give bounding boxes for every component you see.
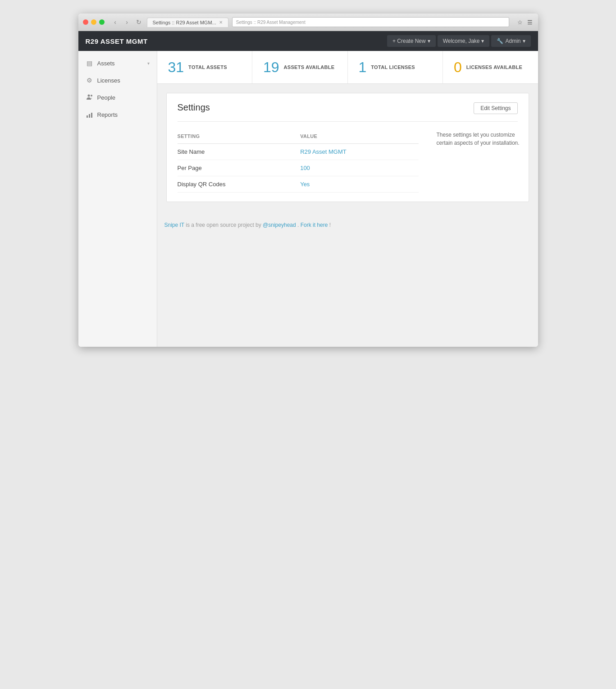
licenses-available-label: LICENSES AVAILABLE xyxy=(466,64,522,70)
settings-body: SETTING VALUE Site NameR29 Asset MGMTPer… xyxy=(167,122,529,202)
value-cell: Yes xyxy=(300,176,418,193)
browser-tab[interactable]: Settings :: R29 Asset MGM... ✕ xyxy=(147,18,228,27)
total-licenses-label: TOTAL LICENSES xyxy=(371,64,415,70)
setting-cell: Per Page xyxy=(178,160,301,176)
sidebar-licenses-label: Licenses xyxy=(97,77,120,84)
navbar-brand: R29 ASSET MGMT xyxy=(86,37,387,45)
total-assets-number: 31 xyxy=(168,60,184,74)
tab-close-icon[interactable]: ✕ xyxy=(219,20,223,25)
footer-text4: ! xyxy=(329,222,331,228)
create-new-label: + Create New xyxy=(392,38,426,44)
content-wrapper: ▤ Assets ▾ ⚙ Licenses xyxy=(78,51,538,347)
svg-point-0 xyxy=(87,95,90,97)
sidebar-reports-label: Reports xyxy=(97,111,118,118)
wrench-icon: 🔧 xyxy=(497,38,503,44)
close-button[interactable] xyxy=(83,19,88,25)
sidebar-item-people[interactable]: People xyxy=(78,89,157,106)
settings-info-text: These settings let you customize certain… xyxy=(437,132,520,146)
main-content: 31 TOTAL ASSETS 19 ASSETS AVAILABLE 1 TO… xyxy=(157,51,538,347)
col-setting-header: SETTING xyxy=(178,131,301,144)
setting-cell: Display QR Codes xyxy=(178,176,301,193)
settings-table: SETTING VALUE Site NameR29 Asset MGMTPer… xyxy=(178,131,419,193)
footer-text3: . xyxy=(297,222,301,228)
sidebar-item-reports[interactable]: Reports xyxy=(78,106,157,123)
assets-chevron-icon: ▾ xyxy=(147,61,150,66)
settings-info: These settings let you customize certain… xyxy=(429,122,529,202)
star-icon[interactable]: ☆ xyxy=(516,18,524,26)
refresh-button[interactable]: ↻ xyxy=(134,18,143,27)
svg-point-1 xyxy=(91,95,92,96)
snipeyhead-link[interactable]: @snipeyhead xyxy=(263,222,296,228)
setting-cell: Site Name xyxy=(178,144,301,160)
settings-panel: Settings Edit Settings SETTING VALUE xyxy=(166,93,529,202)
forward-button[interactable]: › xyxy=(123,18,132,27)
snipeit-link[interactable]: Snipe IT xyxy=(164,222,184,228)
svg-rect-2 xyxy=(87,115,88,118)
table-row: Site NameR29 Asset MGMT xyxy=(178,144,419,160)
address-text: Settings :: R29 Asset Management xyxy=(236,20,306,25)
assets-icon: ▤ xyxy=(86,59,94,67)
svg-rect-4 xyxy=(91,113,92,118)
sidebar-people-label: People xyxy=(97,94,115,101)
welcome-label: Welcome, Jake xyxy=(443,38,480,44)
back-button[interactable]: ‹ xyxy=(111,18,120,27)
people-icon xyxy=(86,93,94,101)
navbar-right: + Create New ▾ Welcome, Jake ▾ 🔧 Admin ▾ xyxy=(387,35,531,47)
stats-bar: 31 TOTAL ASSETS 19 ASSETS AVAILABLE 1 TO… xyxy=(157,51,538,84)
app-container: R29 ASSET MGMT + Create New ▾ Welcome, J… xyxy=(78,31,538,347)
value-cell: R29 Asset MGMT xyxy=(300,144,418,160)
svg-rect-3 xyxy=(89,114,90,118)
admin-label: Admin xyxy=(505,38,520,44)
edit-settings-button[interactable]: Edit Settings xyxy=(474,102,517,114)
total-assets-label: TOTAL ASSETS xyxy=(188,64,227,70)
traffic-lights xyxy=(83,19,105,25)
footer: Snipe IT is a free open source project b… xyxy=(157,211,538,239)
create-new-button[interactable]: + Create New ▾ xyxy=(387,35,436,47)
menu-icon[interactable]: ☰ xyxy=(526,18,534,26)
licenses-icon: ⚙ xyxy=(86,76,94,84)
admin-chevron-icon: ▾ xyxy=(523,38,525,44)
footer-text2: is a free open source project by xyxy=(186,222,263,228)
tab-title: Settings :: R29 Asset MGM... xyxy=(153,20,216,25)
sidebar-item-assets[interactable]: ▤ Assets ▾ xyxy=(78,55,157,72)
welcome-user-button[interactable]: Welcome, Jake ▾ xyxy=(438,35,490,47)
stat-assets-available: 19 ASSETS AVAILABLE xyxy=(252,51,348,83)
browser-nav: ‹ › ↻ xyxy=(111,18,143,27)
col-value-header: VALUE xyxy=(300,131,418,144)
navbar: R29 ASSET MGMT + Create New ▾ Welcome, J… xyxy=(78,31,538,51)
sidebar-item-licenses[interactable]: ⚙ Licenses xyxy=(78,72,157,89)
address-bar[interactable]: Settings :: R29 Asset Management xyxy=(232,17,509,27)
stat-total-assets: 31 TOTAL ASSETS xyxy=(157,51,253,83)
assets-available-label: ASSETS AVAILABLE xyxy=(284,64,335,70)
table-row: Per Page100 xyxy=(178,160,419,176)
create-new-chevron-icon: ▾ xyxy=(428,38,430,44)
settings-header: Settings Edit Settings xyxy=(167,93,529,121)
reports-icon xyxy=(86,110,94,119)
value-cell: 100 xyxy=(300,160,418,176)
admin-button[interactable]: 🔧 Admin ▾ xyxy=(491,35,530,47)
table-row: Display QR CodesYes xyxy=(178,176,419,193)
minimize-button[interactable] xyxy=(91,19,96,25)
stat-licenses-available: 0 LICENSES AVAILABLE xyxy=(443,51,538,83)
sidebar: ▤ Assets ▾ ⚙ Licenses xyxy=(78,51,157,347)
welcome-chevron-icon: ▾ xyxy=(481,38,484,44)
sidebar-assets-label: Assets xyxy=(97,60,115,67)
licenses-available-number: 0 xyxy=(454,60,462,74)
fork-link[interactable]: Fork it here xyxy=(301,222,328,228)
stat-total-licenses: 1 TOTAL LICENSES xyxy=(348,51,443,83)
total-licenses-number: 1 xyxy=(359,60,367,74)
settings-table-area: SETTING VALUE Site NameR29 Asset MGMTPer… xyxy=(167,122,429,202)
settings-title: Settings xyxy=(178,102,210,113)
assets-available-number: 19 xyxy=(263,60,279,74)
maximize-button[interactable] xyxy=(99,19,105,25)
browser-controls: ☆ ☰ xyxy=(516,18,534,26)
